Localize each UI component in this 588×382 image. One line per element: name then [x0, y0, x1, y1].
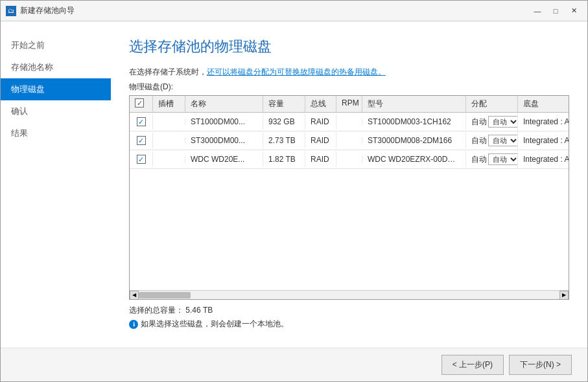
th-alloc: 分配 — [466, 96, 518, 112]
header-checkbox[interactable]: ✓ — [135, 98, 144, 107]
th-bus: 总线 — [305, 96, 336, 112]
description-link[interactable]: 还可以将磁盘分配为可替换故障磁盘的热备用磁盘。 — [207, 67, 386, 76]
sidebar-item-disk[interactable]: 物理磁盘 — [1, 78, 111, 100]
row3-bus2: Integrated : Adapter 0 — [518, 152, 569, 167]
bottom-bar: < 上一步(P) 下一步(N) > — [1, 348, 587, 381]
sidebar-item-name[interactable]: 存储池名称 — [1, 56, 111, 78]
description-text: 在选择存储子系统时，还可以将磁盘分配为可替换故障磁盘的热备用磁盘。 — [129, 67, 569, 78]
row2-alloc-label: 自动 — [471, 135, 487, 146]
row2-slot — [153, 137, 185, 144]
row1-alloc: 自动 自动 热备 — [466, 113, 518, 131]
close-button[interactable]: ✕ — [565, 5, 582, 17]
row1-slot — [153, 118, 185, 125]
sidebar-item-result[interactable]: 结果 — [1, 122, 111, 144]
row2-model: ST3000DM008-2DM166 — [362, 133, 466, 148]
note-text: 如果选择这些磁盘，则会创建一个本地池。 — [141, 319, 288, 330]
scroll-right-arrow[interactable]: ▶ — [559, 291, 569, 300]
next-button[interactable]: 下一步(N) > — [509, 355, 572, 375]
row3-slot — [153, 156, 185, 163]
th-name: 名称 — [185, 96, 263, 112]
row3-size: 1.82 TB — [263, 152, 305, 167]
window-controls: — □ ✕ — [529, 5, 582, 17]
main-content: 选择存储池的物理磁盘 在选择存储子系统时，还可以将磁盘分配为可替换故障磁盘的热备… — [111, 21, 587, 348]
row3-checkbox[interactable]: ✓ — [137, 155, 146, 164]
row1-bus: RAID — [305, 114, 336, 129]
prev-button[interactable]: < 上一步(P) — [441, 355, 504, 375]
sidebar-item-confirm[interactable]: 确认 — [1, 100, 111, 122]
content-area: 开始之前 存储池名称 物理磁盘 确认 结果 选择存储池的物理磁盘 在选择存储子系… — [1, 21, 587, 348]
th-bus2: 底盘 — [518, 96, 569, 112]
row3-rpm — [336, 156, 362, 163]
row3-alloc-select[interactable]: 自动 热备 — [488, 153, 518, 165]
row2-alloc: 自动 自动 热备 — [466, 131, 518, 150]
table-header: ✓ 插槽 名称 容量 总线 RPM 型号 分配 底盘 — [130, 96, 569, 113]
window-icon: 🗂 — [6, 6, 16, 16]
row2-checkbox[interactable]: ✓ — [137, 136, 146, 145]
row2-size: 2.73 TB — [263, 133, 305, 148]
table-row: ✓ ST3000DM00... 2.73 TB RAID ST3000DM008… — [130, 131, 569, 150]
footer-total: 选择的总容量： 5.46 TB — [129, 305, 569, 316]
total-value: 5.46 TB — [185, 306, 213, 315]
maximize-button[interactable]: □ — [547, 5, 564, 17]
sidebar: 开始之前 存储池名称 物理磁盘 确认 结果 — [1, 21, 111, 348]
row2-bus2: Integrated : Adapter 0 — [518, 133, 569, 148]
minimize-button[interactable]: — — [529, 5, 546, 17]
th-slot: 插槽 — [153, 96, 185, 112]
row1-model: ST1000DM003-1CH162 — [362, 114, 466, 129]
scroll-left-arrow[interactable]: ◀ — [130, 291, 139, 300]
row3-model: WDC WD20EZRX-00DC0B0 — [362, 152, 466, 167]
footer-note: ℹ 如果选择这些磁盘，则会创建一个本地池。 — [129, 319, 569, 330]
row1-rpm — [336, 118, 362, 125]
table-row: ✓ ST1000DM00... 932 GB RAID ST1000DM003-… — [130, 113, 569, 131]
row1-check[interactable]: ✓ — [130, 114, 153, 129]
th-check: ✓ — [130, 96, 153, 112]
row3-alloc-label: 自动 — [471, 154, 487, 165]
row1-size: 932 GB — [263, 114, 305, 129]
row3-bus: RAID — [305, 152, 336, 167]
table-body: ✓ ST1000DM00... 932 GB RAID ST1000DM003-… — [130, 113, 569, 290]
main-window: 🗂 新建存储池向导 — □ ✕ 开始之前 存储池名称 物理磁盘 确认 结果 — [0, 0, 588, 382]
disk-table: ✓ 插槽 名称 容量 总线 RPM 型号 分配 底盘 ✓ — [129, 95, 569, 300]
row3-check[interactable]: ✓ — [130, 152, 153, 167]
row2-alloc-select[interactable]: 自动 热备 — [488, 135, 518, 146]
title-bar: 🗂 新建存储池向导 — □ ✕ — [1, 1, 587, 21]
page-title: 选择存储池的物理磁盘 — [129, 37, 569, 56]
th-model: 型号 — [362, 96, 466, 112]
row1-checkbox[interactable]: ✓ — [137, 117, 146, 126]
th-rpm: RPM — [336, 96, 362, 112]
row2-rpm — [336, 137, 362, 144]
scrollbar-thumb[interactable] — [139, 292, 191, 298]
scrollbar-track[interactable] — [139, 291, 559, 300]
row2-check[interactable]: ✓ — [130, 133, 153, 148]
row3-name: WDC WD20E... — [185, 152, 263, 167]
info-icon: ℹ — [129, 320, 138, 329]
disk-label: 物理磁盘(D): — [129, 82, 569, 93]
table-row: ✓ WDC WD20E... 1.82 TB RAID WDC WD20EZRX… — [130, 150, 569, 169]
row1-name: ST1000DM00... — [185, 114, 263, 129]
row1-bus2: Integrated : Adapter 0 — [518, 114, 569, 129]
row2-name: ST3000DM00... — [185, 133, 263, 148]
row2-bus: RAID — [305, 133, 336, 148]
row1-alloc-select[interactable]: 自动 热备 — [488, 116, 518, 128]
sidebar-item-start[interactable]: 开始之前 — [1, 34, 111, 56]
row3-alloc: 自动 自动 热备 — [466, 150, 518, 168]
row1-alloc-label: 自动 — [471, 117, 487, 128]
th-size: 容量 — [263, 96, 305, 112]
horizontal-scrollbar[interactable]: ◀ ▶ — [130, 290, 569, 299]
window-title: 新建存储池向导 — [20, 5, 529, 16]
total-label: 选择的总容量： — [129, 306, 183, 315]
